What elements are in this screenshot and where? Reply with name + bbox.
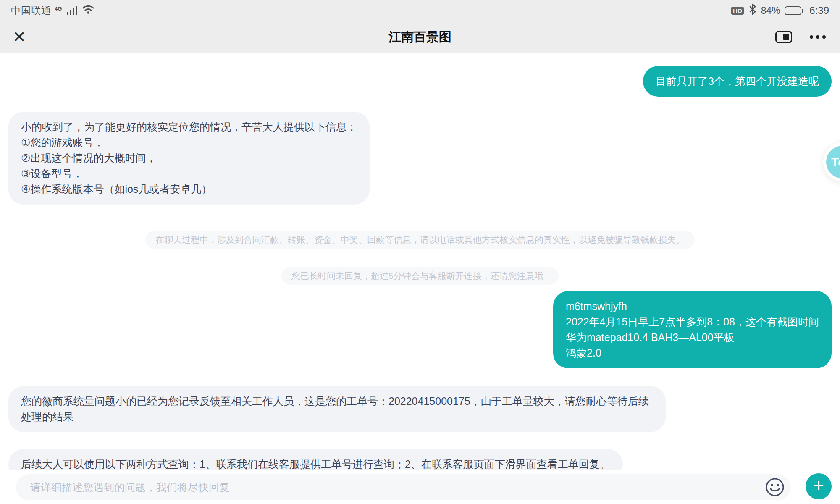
carrier-label: 中国联通 bbox=[11, 4, 51, 17]
incoming-message-row: 小的收到了，为了能更好的核实定位您的情况，辛苦大人提供以下信息：①您的游戏账号，… bbox=[0, 112, 840, 205]
float-window-icon[interactable] bbox=[775, 31, 792, 43]
status-right: HD 84% 6:39 bbox=[731, 3, 829, 18]
page-title: 江南百景图 bbox=[0, 28, 840, 45]
system-notice: 在聊天过程中，涉及到合同汇款、转账、资金、中奖、回款等信息，请以电话或其他方式核… bbox=[145, 231, 695, 249]
nav-bar: ✕ 江南百景图 bbox=[0, 21, 840, 52]
bluetooth-icon bbox=[748, 3, 757, 18]
plus-icon: + bbox=[813, 476, 824, 495]
composer-bar: + bbox=[0, 470, 840, 504]
emoji-icon[interactable] bbox=[765, 477, 785, 497]
message-list: 目前只开了3个，第四个开没建造呢小的收到了，为了能更好的核实定位您的情况，辛苦大… bbox=[0, 66, 840, 470]
chat-area: 目前只开了3个，第四个开没建造呢小的收到了，为了能更好的核实定位您的情况，辛苦大… bbox=[0, 52, 840, 470]
signal-strength-icon bbox=[67, 6, 77, 15]
message-input[interactable] bbox=[29, 481, 766, 494]
incoming-bubble: 您的徽商系统量问题小的已经为您记录反馈至相关工作人员，这是您的工单号：20220… bbox=[8, 386, 666, 432]
status-bar: 中国联通 4G HD 84% bbox=[0, 0, 840, 21]
chat-screen: 中国联通 4G HD 84% bbox=[0, 0, 840, 504]
incoming-bubble: 后续大人可以使用以下两种方式查询：1、联系我们在线客服提供工单号进行查询；2、在… bbox=[8, 449, 623, 470]
wifi-icon bbox=[81, 4, 95, 17]
outgoing-bubble: 目前只开了3个，第四个开没建造呢 bbox=[643, 66, 832, 97]
system-message-row: 您已长时间未回复，超过5分钟会与客服断开连接，还请您注意哦~ bbox=[0, 267, 840, 285]
battery-percent-label: 84% bbox=[761, 5, 780, 16]
outgoing-message-row: m6tmswhjyfh2022年4月15日早上7点半多到8：08，这个有截图时间… bbox=[0, 291, 840, 368]
back-to-top-label: Top bbox=[831, 155, 840, 169]
clock-label: 6:39 bbox=[809, 5, 829, 16]
system-message-row: 在聊天过程中，涉及到合同汇款、转账、资金、中奖、回款等信息，请以电话或其他方式核… bbox=[0, 231, 840, 249]
hd-badge: HD bbox=[731, 7, 744, 15]
battery-icon bbox=[785, 6, 804, 15]
incoming-message-row: 您的徽商系统量问题小的已经为您记录反馈至相关工作人员，这是您的工单号：20220… bbox=[0, 386, 840, 432]
incoming-bubble: 小的收到了，为了能更好的核实定位您的情况，辛苦大人提供以下信息：①您的游戏账号，… bbox=[8, 112, 370, 205]
message-input-container bbox=[16, 474, 791, 500]
status-left: 中国联通 4G bbox=[11, 4, 95, 17]
outgoing-message-row: 目前只开了3个，第四个开没建造呢 bbox=[0, 66, 840, 97]
incoming-message-row: 后续大人可以使用以下两种方式查询：1、联系我们在线客服提供工单号进行查询；2、在… bbox=[0, 449, 840, 470]
outgoing-bubble: m6tmswhjyfh2022年4月15日早上7点半多到8：08，这个有截图时间… bbox=[553, 291, 832, 368]
network-4g-badge: 4G bbox=[55, 5, 62, 12]
system-notice: 您已长时间未回复，超过5分钟会与客服断开连接，还请您注意哦~ bbox=[281, 267, 559, 285]
more-menu-icon[interactable] bbox=[810, 35, 826, 39]
attach-plus-button[interactable]: + bbox=[806, 473, 832, 499]
nav-actions bbox=[775, 31, 826, 43]
